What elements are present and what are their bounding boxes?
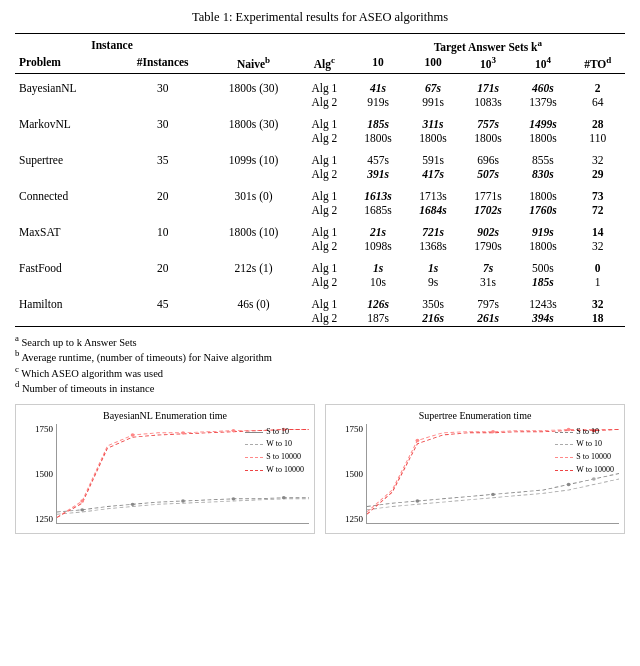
alg-cell: Alg 1 [298, 182, 350, 203]
k1000-col-header: 103 [461, 54, 516, 73]
alg-cell: Alg 2 [298, 275, 350, 290]
table-row: MaxSAT101800s (10)Alg 121s721s902s919s14 [15, 218, 625, 239]
footnote-a: a Search up to k Answer Sets [15, 333, 625, 348]
k1000-cell: 1771s [461, 182, 516, 203]
k100-cell: 1s [406, 254, 461, 275]
k10-cell: 185s [351, 110, 406, 131]
alg-header [298, 34, 350, 54]
k1000-cell: 261s [461, 311, 516, 327]
instances-cell: 30 [116, 110, 209, 131]
svg-point-7 [181, 431, 185, 434]
naive-cell [209, 239, 298, 254]
to-col-header: #TOd [570, 54, 625, 73]
charts-row: BayesianNL Enumeration time 1750 1500 12… [15, 404, 625, 534]
naive-header [209, 34, 298, 54]
alg-cell: Alg 1 [298, 254, 350, 275]
alg-cell: Alg 1 [298, 146, 350, 167]
alg-cell: Alg 2 [298, 95, 350, 110]
k10000-cell: 1800s [515, 131, 570, 146]
svg-point-11 [491, 492, 495, 495]
k1000-cell: 1702s [461, 203, 516, 218]
alg-cell: Alg 1 [298, 73, 350, 95]
svg-point-2 [181, 499, 185, 502]
k10000-cell: 919s [515, 218, 570, 239]
problem-cell: Hamilton [15, 290, 116, 311]
svg-point-0 [80, 508, 84, 511]
k1000-cell: 171s [461, 73, 516, 95]
footnotes: a Search up to k Answer Sets b Average r… [15, 333, 625, 394]
k1000-cell: 507s [461, 167, 516, 182]
svg-point-1 [131, 502, 135, 505]
k100-cell: 721s [406, 218, 461, 239]
naive-cell [209, 311, 298, 327]
k100-cell: 350s [406, 290, 461, 311]
footnote-d: d Number of timeouts in instance [15, 379, 625, 394]
k10-cell: 391s [351, 167, 406, 182]
instances-cell: 20 [116, 254, 209, 275]
alg-cell: Alg 1 [298, 110, 350, 131]
k10-cell: 10s [351, 275, 406, 290]
naive-cell: 46s (0) [209, 290, 298, 311]
naive-cell [209, 167, 298, 182]
k1000-cell: 797s [461, 290, 516, 311]
problem-cell [15, 167, 116, 182]
to-cell: 64 [570, 95, 625, 110]
k1000-cell: 1790s [461, 239, 516, 254]
k100-cell: 591s [406, 146, 461, 167]
problem-cell [15, 131, 116, 146]
k10-cell: 457s [351, 146, 406, 167]
to-cell: 0 [570, 254, 625, 275]
table-row: BayesianNL301800s (30)Alg 141s67s171s460… [15, 73, 625, 95]
instances-cell [116, 311, 209, 327]
alg-cell: Alg 2 [298, 239, 350, 254]
naive-col-header: Naiveb [209, 54, 298, 73]
naive-cell [209, 203, 298, 218]
naive-cell [209, 275, 298, 290]
table-row: Hamilton4546s (0)Alg 1126s350s797s1243s3… [15, 290, 625, 311]
k1000-cell: 31s [461, 275, 516, 290]
k1000-cell: 757s [461, 110, 516, 131]
k1000-cell: 1800s [461, 131, 516, 146]
k10000-cell: 460s [515, 73, 570, 95]
instances-cell: 45 [116, 290, 209, 311]
instances-cell [116, 275, 209, 290]
instances-cell: 10 [116, 218, 209, 239]
instances-cell [116, 167, 209, 182]
table-row: Alg 2391s417s507s830s29 [15, 167, 625, 182]
k1000-cell: 1083s [461, 95, 516, 110]
k10000-cell: 1379s [515, 95, 570, 110]
k10-col-header: 10 [351, 54, 406, 73]
problem-cell [15, 203, 116, 218]
alg-col-header: Algc [298, 54, 350, 73]
k10-cell: 1613s [351, 182, 406, 203]
table-row: Alg 210s9s31s185s1 [15, 275, 625, 290]
k10-cell: 187s [351, 311, 406, 327]
k100-cell: 9s [406, 275, 461, 290]
results-table: Instance Target Answer Sets ka Problem #… [15, 33, 625, 327]
instances-cell [116, 239, 209, 254]
k100-cell: 216s [406, 311, 461, 327]
naive-cell: 1800s (30) [209, 110, 298, 131]
k100-cell: 67s [406, 73, 461, 95]
table-caption: Table 1: Experimental results for ASEO a… [15, 10, 625, 25]
k10-cell: 1s [351, 254, 406, 275]
k100-cell: 311s [406, 110, 461, 131]
k10000-cell: 830s [515, 167, 570, 182]
bayesiannl-y-axis: 1750 1500 1250 [21, 424, 56, 524]
to-cell: 28 [570, 110, 625, 131]
k10-cell: 1800s [351, 131, 406, 146]
bayesiannl-chart-title: BayesianNL Enumeration time [21, 410, 309, 421]
k10000-cell: 185s [515, 275, 570, 290]
to-cell: 72 [570, 203, 625, 218]
svg-point-12 [567, 483, 571, 486]
k1000-cell: 7s [461, 254, 516, 275]
naive-cell: 1099s (10) [209, 146, 298, 167]
k10000-cell: 1499s [515, 110, 570, 131]
problem-cell: MaxSAT [15, 218, 116, 239]
alg-cell: Alg 2 [298, 203, 350, 218]
supertree-chart-title: Supertree Enumeration time [331, 410, 619, 421]
instances-cell [116, 95, 209, 110]
k10000-cell: 1760s [515, 203, 570, 218]
k100-cell: 417s [406, 167, 461, 182]
k10-cell: 21s [351, 218, 406, 239]
